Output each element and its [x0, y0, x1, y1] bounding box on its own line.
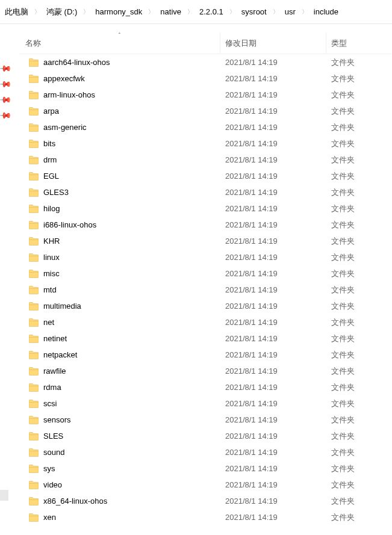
file-type: 文件夹	[326, 203, 391, 214]
table-row[interactable]: multimedia 2021/8/1 14:19 文件夹	[19, 298, 391, 314]
table-row[interactable]: asm-generic 2021/8/1 14:19 文件夹	[19, 119, 391, 135]
file-type: 文件夹	[326, 398, 391, 409]
chevron-right-icon[interactable]: 〉	[269, 8, 282, 16]
folder-icon	[29, 188, 39, 197]
table-row[interactable]: misc 2021/8/1 14:19 文件夹	[19, 265, 391, 282]
file-name: arpa	[43, 107, 59, 116]
column-header-name[interactable]: 名称 ˆ	[19, 32, 220, 54]
file-name: bits	[43, 139, 55, 148]
table-row[interactable]: hilog 2021/8/1 14:19 文件夹	[19, 200, 391, 217]
file-name: i686-linux-ohos	[43, 220, 96, 229]
file-name: scsi	[43, 399, 57, 408]
table-row[interactable]: SLES 2021/8/1 14:19 文件夹	[19, 428, 391, 444]
file-type: 文件夹	[326, 236, 391, 247]
folder-icon	[29, 172, 39, 181]
file-date: 2021/8/1 14:19	[220, 302, 326, 311]
file-name: sensors	[43, 415, 71, 424]
file-date: 2021/8/1 14:19	[220, 269, 326, 278]
file-date: 2021/8/1 14:19	[220, 431, 326, 441]
file-type: 文件夹	[326, 317, 391, 328]
folder-icon	[29, 481, 39, 489]
breadcrumb-item[interactable]: 此电脑	[2, 5, 31, 19]
file-type: 文件夹	[326, 268, 391, 279]
file-name: GLES3	[43, 188, 69, 197]
chevron-right-icon[interactable]: 〉	[31, 8, 44, 16]
breadcrumb-item[interactable]: sysroot	[239, 6, 269, 17]
folder-icon	[29, 497, 39, 506]
file-name: KHR	[43, 237, 60, 246]
table-row[interactable]: bits 2021/8/1 14:19 文件夹	[19, 135, 391, 152]
table-row[interactable]: rdma 2021/8/1 14:19 文件夹	[19, 379, 391, 395]
file-name: aarch64-linux-ohos	[43, 58, 110, 67]
chevron-right-icon[interactable]: 〉	[79, 8, 93, 16]
breadcrumb-item[interactable]: native	[158, 6, 184, 17]
table-row[interactable]: aarch64-linux-ohos 2021/8/1 14:19 文件夹	[19, 54, 391, 70]
table-row[interactable]: sound 2021/8/1 14:19 文件夹	[19, 444, 391, 460]
folder-icon	[29, 351, 39, 359]
chevron-right-icon[interactable]: 〉	[298, 8, 311, 16]
breadcrumb-item[interactable]: include	[311, 6, 341, 17]
file-type: 文件夹	[326, 252, 391, 263]
file-name: sound	[43, 448, 64, 457]
column-header-type[interactable]: 类型	[326, 32, 391, 54]
file-type: 文件夹	[326, 382, 391, 393]
folder-icon	[29, 123, 39, 132]
breadcrumb-item[interactable]: usr	[282, 6, 298, 17]
breadcrumb-item[interactable]: harmony_sdk	[93, 6, 145, 17]
breadcrumb-item[interactable]: 2.2.0.1	[197, 6, 226, 17]
file-date: 2021/8/1 14:19	[220, 334, 326, 343]
table-row[interactable]: GLES3 2021/8/1 14:19 文件夹	[19, 184, 391, 200]
file-type: 文件夹	[326, 366, 391, 377]
file-type: 文件夹	[326, 447, 391, 458]
folder-icon	[29, 432, 39, 441]
file-type: 文件夹	[326, 90, 391, 101]
file-type: 文件夹	[326, 301, 391, 312]
file-name: rdma	[43, 383, 61, 392]
file-rows: aarch64-linux-ohos 2021/8/1 14:19 文件夹 ap…	[19, 54, 391, 525]
file-type: 文件夹	[326, 463, 391, 474]
chevron-right-icon[interactable]: 〉	[184, 8, 197, 16]
table-row[interactable]: i686-linux-ohos 2021/8/1 14:19 文件夹	[19, 217, 391, 233]
table-row[interactable]: KHR 2021/8/1 14:19 文件夹	[19, 233, 391, 249]
table-row[interactable]: drm 2021/8/1 14:19 文件夹	[19, 152, 391, 168]
breadcrumb-item[interactable]: 鸿蒙 (D:)	[44, 5, 79, 19]
table-row[interactable]: sensors 2021/8/1 14:19 文件夹	[19, 412, 391, 428]
folder-icon	[29, 91, 39, 99]
table-row[interactable]: video 2021/8/1 14:19 文件夹	[19, 477, 391, 493]
table-row[interactable]: net 2021/8/1 14:19 文件夹	[19, 314, 391, 330]
folder-icon	[29, 156, 39, 164]
file-name: hilog	[43, 204, 60, 213]
table-row[interactable]: netpacket 2021/8/1 14:19 文件夹	[19, 347, 391, 363]
file-date: 2021/8/1 14:19	[220, 318, 326, 327]
file-name: video	[43, 480, 62, 489]
file-date: 2021/8/1 14:19	[220, 399, 326, 408]
table-row[interactable]: xen 2021/8/1 14:19 文件夹	[19, 509, 391, 525]
table-row[interactable]: appexecfwk 2021/8/1 14:19 文件夹	[19, 70, 391, 87]
column-header-modified[interactable]: 修改日期	[220, 32, 326, 54]
folder-icon	[29, 302, 39, 311]
table-row[interactable]: sys 2021/8/1 14:19 文件夹	[19, 460, 391, 477]
table-row[interactable]: x86_64-linux-ohos 2021/8/1 14:19 文件夹	[19, 493, 391, 509]
breadcrumb[interactable]: 此电脑 〉 鸿蒙 (D:) 〉 harmony_sdk 〉 native 〉 2…	[0, 0, 392, 24]
table-row[interactable]: mtd 2021/8/1 14:19 文件夹	[19, 282, 391, 298]
table-row[interactable]: linux 2021/8/1 14:19 文件夹	[19, 249, 391, 265]
file-name: multimedia	[43, 302, 81, 311]
file-name: x86_64-linux-ohos	[43, 496, 107, 506]
table-row[interactable]: arpa 2021/8/1 14:19 文件夹	[19, 103, 391, 119]
table-row[interactable]: netinet 2021/8/1 14:19 文件夹	[19, 330, 391, 347]
chevron-right-icon[interactable]: 〉	[145, 8, 158, 16]
file-name: drm	[43, 155, 57, 164]
file-date: 2021/8/1 14:19	[220, 58, 326, 67]
table-row[interactable]: EGL 2021/8/1 14:19 文件夹	[19, 168, 391, 184]
pin-icon: 📌	[0, 78, 11, 90]
chevron-right-icon[interactable]: 〉	[226, 8, 239, 16]
file-date: 2021/8/1 14:19	[220, 285, 326, 294]
file-type: 文件夹	[326, 431, 391, 442]
file-date: 2021/8/1 14:19	[220, 90, 326, 99]
table-row[interactable]: scsi 2021/8/1 14:19 文件夹	[19, 395, 391, 412]
table-row[interactable]: rawfile 2021/8/1 14:19 文件夹	[19, 363, 391, 379]
pin-icon: 📌	[0, 62, 11, 74]
folder-icon	[29, 205, 39, 213]
folder-icon	[29, 383, 39, 392]
table-row[interactable]: arm-linux-ohos 2021/8/1 14:19 文件夹	[19, 87, 391, 103]
